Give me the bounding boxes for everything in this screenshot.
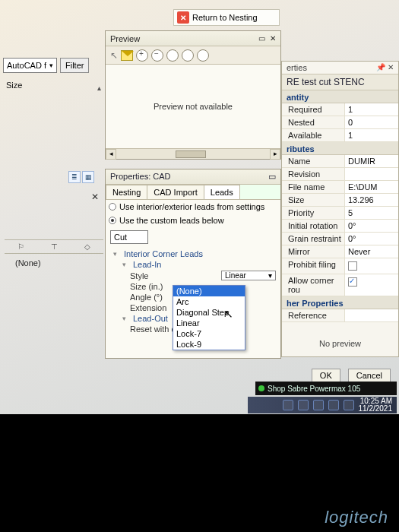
row-size: Size13.296 <box>282 194 398 207</box>
minimize-icon[interactable]: ▭ <box>258 34 265 43</box>
view-toggle-icons: ≣ ▦ <box>68 171 94 183</box>
chevron-down-icon[interactable]: ▾ <box>113 250 121 258</box>
collapse-handle[interactable]: ▴ <box>97 84 105 92</box>
panel-tab-label[interactable]: erties <box>287 63 307 72</box>
row-filename: File nameE:\DUM <box>282 181 398 194</box>
taskbar-clock[interactable]: 10:25 AM11/2/2021 <box>359 397 393 413</box>
monitor-brand: logitech <box>325 508 388 527</box>
return-to-nesting-bar[interactable]: ✕ Return to Nesting <box>173 9 280 26</box>
status-dot-icon <box>258 385 264 391</box>
row-grain-restraint: Grain restraint0° <box>282 233 398 245</box>
toast-text: Shop Sabre Powermax 105 <box>268 385 360 393</box>
option-lock7[interactable]: Lock-7 <box>173 328 245 339</box>
scroll-left-icon[interactable]: ◂ <box>106 149 116 160</box>
style-dropdown[interactable]: Linear▾ <box>221 271 276 280</box>
entity-title: RE test cut STENC <box>282 74 398 90</box>
tray-icon[interactable] <box>283 400 293 410</box>
filter-button[interactable]: Filter <box>60 58 89 73</box>
properties-title: Properties: CAD <box>110 172 170 182</box>
close-icon[interactable]: ✕ <box>177 11 189 24</box>
screen: ✕ Return to Nesting AutoCAD f▾ Filter Si… <box>0 0 399 414</box>
style-dropdown-list[interactable]: (None) Arc Diagonal Step Linear Lock-7 L… <box>173 285 245 350</box>
section-attributes: ributes <box>282 142 398 155</box>
system-tray: 10:25 AM11/2/2021 <box>248 397 397 413</box>
zoom-window-icon[interactable] <box>197 49 209 62</box>
row-name: NameDUMIR <box>282 155 398 168</box>
entity-properties-panel: erties📌 ✕ RE test cut STENC antity Requi… <box>281 61 399 357</box>
angle-label: Angle (°) <box>113 293 163 302</box>
row-required: Required1 <box>282 103 398 116</box>
row-mirror: MirrorNever <box>282 245 398 258</box>
section-interior-corner: Interior Corner Leads <box>124 249 203 258</box>
flag-icon[interactable]: ⚐ <box>17 242 24 251</box>
extension-label: Extension <box>113 303 166 312</box>
envelope-icon[interactable] <box>121 50 133 61</box>
dock-icon[interactable]: ▭ <box>268 172 276 182</box>
tab-nesting[interactable]: Nesting <box>106 185 147 199</box>
size-label: Size <box>0 76 103 91</box>
option-none[interactable]: (None) <box>173 286 245 296</box>
notification-toast[interactable]: Shop Sabre Powermax 105 <box>255 382 397 395</box>
zoom-fit-icon[interactable] <box>166 49 179 62</box>
tag-icon[interactable]: ◇ <box>84 242 90 251</box>
list-view-icon[interactable]: ≣ <box>68 171 81 183</box>
state-toolbar: ⚐ ⊤ ◇ <box>5 239 103 254</box>
option-lock9[interactable]: Lock-9 <box>173 339 245 350</box>
chevron-down-icon: ▾ <box>49 62 53 69</box>
zoom-out-icon[interactable]: − <box>151 49 163 62</box>
lead-in-label: Lead-In <box>133 260 161 269</box>
return-label: Return to Nesting <box>192 13 258 22</box>
radio-use-settings[interactable]: Use interior/exterior leads from setting… <box>106 200 280 214</box>
lead-out-label: Lead-Out <box>133 314 168 323</box>
row-priority: Priority5 <box>282 207 398 220</box>
mouse-cursor-icon: ↖ <box>224 308 233 320</box>
side-preview: No preview <box>282 322 398 364</box>
cut-combo[interactable]: Cut <box>110 230 148 244</box>
tray-icon[interactable] <box>328 400 339 410</box>
font-combo[interactable]: AutoCAD f▾ <box>3 58 57 73</box>
row-prohibit-filing: Prohibit filing <box>282 258 398 274</box>
tray-icon[interactable] <box>344 400 354 410</box>
zoom-actual-icon[interactable] <box>182 49 194 62</box>
properties-tabs: Nesting CAD Import Leads <box>106 185 280 200</box>
zoom-in-icon[interactable]: + <box>136 49 148 62</box>
close-icon[interactable]: ✕ <box>270 34 276 43</box>
scroll-right-icon[interactable]: ▸ <box>270 149 280 160</box>
preview-title: Preview <box>110 34 140 43</box>
chevron-down-icon: ▾ <box>268 271 272 280</box>
preview-window: Preview ▭ ✕ ↖ + − Preview not available … <box>105 30 281 160</box>
pin-icon[interactable]: ⊤ <box>51 242 58 251</box>
cursor-icon[interactable]: ↖ <box>110 50 118 61</box>
none-label: (None) <box>15 258 41 268</box>
panel-close-icon[interactable]: ✕ <box>91 192 99 202</box>
row-allow-corner: Allow corner rou <box>282 274 398 296</box>
size-label: Size (in.) <box>113 282 163 291</box>
option-linear[interactable]: Linear <box>173 318 245 328</box>
section-other: her Properties <box>282 296 398 309</box>
preview-scrollbar[interactable]: ◂ ▸ <box>106 148 280 159</box>
tab-leads[interactable]: Leads <box>204 185 240 199</box>
tab-cad-import[interactable]: CAD Import <box>147 185 204 199</box>
cancel-button[interactable]: Cancel <box>348 369 391 382</box>
properties-window: Properties: CAD ▭ Nesting CAD Import Lea… <box>105 169 281 359</box>
chevron-down-icon[interactable]: ▾ <box>122 315 130 322</box>
option-arc[interactable]: Arc <box>173 296 245 307</box>
style-label: Style <box>113 271 148 280</box>
tray-icon[interactable] <box>313 400 324 410</box>
row-initial-rotation: Initial rotation0° <box>282 220 398 233</box>
row-revision: Revision <box>282 168 398 181</box>
scroll-thumb[interactable] <box>176 150 206 158</box>
section-quantity: antity <box>282 90 398 103</box>
reset-label[interactable]: Reset with d <box>113 325 176 334</box>
radio-use-custom[interactable]: Use the custom leads below <box>106 214 280 227</box>
option-diagonal-step[interactable]: Diagonal Step <box>173 307 245 318</box>
row-reference: Reference <box>282 309 398 322</box>
preview-body: Preview not available <box>106 65 280 148</box>
preview-toolbar: ↖ + − <box>106 46 280 65</box>
tray-icon[interactable] <box>298 400 309 410</box>
pin-icon[interactable]: 📌 ✕ <box>376 63 394 72</box>
ok-button[interactable]: OK <box>312 369 340 382</box>
row-available: Available1 <box>282 129 398 142</box>
chevron-down-icon[interactable]: ▾ <box>122 261 130 268</box>
grid-view-icon[interactable]: ▦ <box>82 171 94 183</box>
